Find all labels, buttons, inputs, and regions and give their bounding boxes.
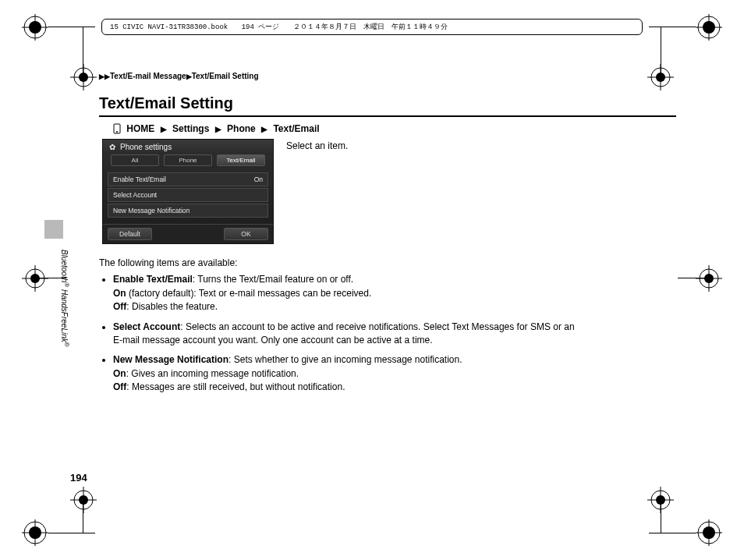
svg-point-23 [704,274,714,283]
item-on: On [113,288,126,299]
breadcrumb-arrow-icon: ▶ [186,73,192,80]
item-heading: Select Account [113,321,180,332]
side-label-hfl: HandsFreeLink [60,289,69,342]
device-item-new-message[interactable]: New Message Notification [108,204,268,218]
crop-line [83,27,83,75]
device-default-button[interactable]: Default [108,228,152,240]
body-intro: The following items are available: [99,257,583,270]
crop-line [678,278,709,278]
device-title: Phone settings [120,143,172,151]
device-screenshot: ✿Phone settings All Phone Text/Email Ena… [102,139,274,244]
list-item: Enable Text/Email: Turns the Text/Email … [113,273,583,314]
item-desc: : Selects an account to be active and re… [113,321,575,346]
item-desc: : Turns the Text/Email feature on or off… [193,274,353,285]
nav-arrow-icon: ▶ [161,125,167,133]
list-item: New Message Notification: Sets whether t… [113,353,583,394]
item-heading: Enable Text/Email [113,274,193,285]
nav-arrow-icon: ▶ [215,125,221,133]
crop-mark-icon [22,265,48,292]
device-item-label: New Message Notification [113,207,190,214]
svg-point-35 [703,526,715,539]
nav-settings: Settings [172,123,209,134]
crop-line [649,533,696,533]
crop-mark-icon [70,487,97,513]
svg-point-41 [116,131,118,133]
item-off-desc: : Disables the feature. [126,301,218,312]
item-off: Off [113,301,126,312]
crop-line [48,27,95,27]
menu-home-icon [113,123,121,134]
device-item-label: Select Account [113,191,157,199]
gear-icon: ✿ [109,143,115,151]
device-item-value: On [254,175,263,183]
list-item: Select Account: Selects an account to be… [113,321,583,348]
device-tab-phone[interactable]: Phone [164,154,212,166]
crop-mark-icon [696,519,722,546]
crop-mark-icon [22,14,48,41]
item-on-desc: (factory default): Text or e-mail messag… [126,288,372,299]
nav-phone: Phone [227,123,256,134]
svg-point-11 [703,21,715,34]
body-text: The following items are available: Enabl… [99,257,583,395]
crop-line [661,27,661,75]
crop-mark-icon [22,519,48,546]
breadcrumb-seg2: Text/Email Setting [192,72,259,80]
device-item-label: Enable Text/Email [113,175,166,183]
device-item-enable[interactable]: Enable Text/Email On [108,172,268,186]
instruction-text: Select an item. [286,140,348,151]
svg-point-3 [29,21,41,34]
page-number: 194 [70,472,87,484]
device-title-bar: ✿Phone settings [103,140,273,154]
crop-line [649,27,696,27]
fm-page: 194 ページ [242,23,280,31]
item-desc: : Sets whether to give an incoming messa… [229,354,462,365]
crop-mark-icon [696,265,722,292]
page-title: Text/Email Setting [99,94,676,117]
crop-mark-icon [696,14,722,41]
item-heading: New Message Notification [113,354,229,365]
breadcrumb-seg1: Text/E-mail Message [110,72,186,80]
breadcrumb: ▶▶Text/E-mail Message▶Text/Email Setting [99,72,676,80]
chapter-tab [44,220,63,239]
framemaker-header: 15 CIVIC NAVI-31TR38300.book 194 ページ ２０１… [101,19,643,35]
chapter-side-label: Bluetooth® HandsFreeLink® [60,250,70,347]
item-on: On [113,368,126,379]
device-item-select-account[interactable]: Select Account [108,188,268,202]
svg-point-31 [79,495,88,505]
nav-arrow-icon: ▶ [261,125,267,133]
fm-file: 15 CIVIC NAVI-31TR38300.book [110,23,228,31]
item-off-desc: : Messages are still received, but witho… [126,381,345,392]
crop-mark-icon [70,64,97,90]
svg-point-19 [30,274,40,283]
svg-point-27 [29,526,41,539]
nav-home: HOME [126,123,154,134]
side-label-bluetooth: Bluetooth [60,250,69,282]
nav-path: HOME ▶ Settings ▶ Phone ▶ Text/Email [113,123,676,134]
nav-textemail: Text/Email [273,123,319,134]
device-ok-button[interactable]: OK [224,228,268,240]
item-on-desc: : Gives an incoming message notification… [126,368,299,379]
item-off: Off [113,381,126,392]
breadcrumb-arrow-icon: ▶▶ [99,73,110,80]
crop-line [48,533,95,533]
crop-line [661,501,661,533]
fm-date: ２０１４年８月７日 木曜日 午前１１時４９分 [293,23,448,31]
crop-line [83,501,83,533]
device-tab-textemail[interactable]: Text/Email [217,154,265,166]
svg-point-7 [79,73,88,82]
device-tab-all[interactable]: All [111,154,159,166]
